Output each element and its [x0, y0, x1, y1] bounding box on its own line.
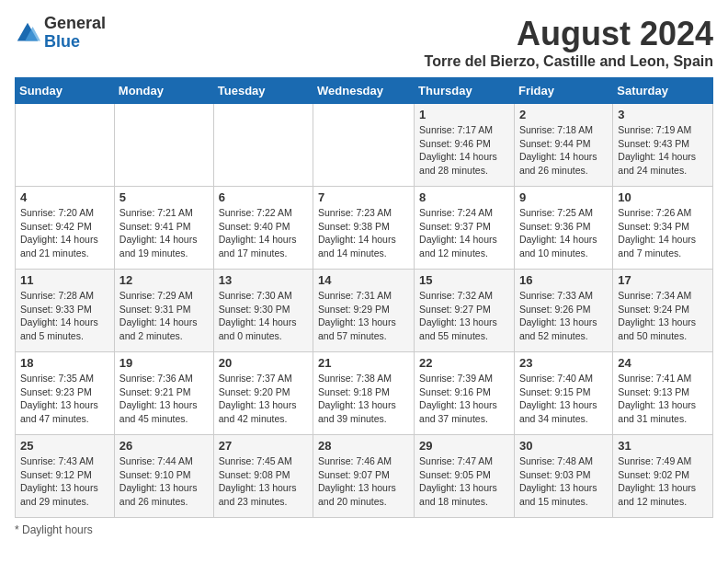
header-day-thursday: Thursday [415, 78, 515, 104]
day-info: Sunrise: 7:43 AM Sunset: 9:12 PM Dayligh… [20, 454, 109, 509]
day-number: 10 [618, 190, 708, 204]
day-number: 20 [219, 356, 308, 370]
day-info: Sunrise: 7:38 AM Sunset: 9:18 PM Dayligh… [318, 372, 409, 426]
week-row-0: 1Sunrise: 7:17 AM Sunset: 9:46 PM Daylig… [16, 104, 713, 187]
day-number: 7 [318, 190, 409, 204]
day-info: Sunrise: 7:18 AM Sunset: 9:44 PM Dayligh… [519, 123, 608, 178]
day-number: 2 [519, 108, 608, 121]
calendar-cell: 8Sunrise: 7:24 AM Sunset: 9:37 PM Daylig… [415, 187, 515, 270]
page-title: August 2024 [425, 15, 713, 53]
week-row-4: 25Sunrise: 7:43 AM Sunset: 9:12 PM Dayli… [16, 435, 713, 518]
calendar-cell: 31Sunrise: 7:49 AM Sunset: 9:02 PM Dayli… [613, 435, 713, 518]
calendar-cell [213, 104, 313, 187]
day-info: Sunrise: 7:39 AM Sunset: 9:16 PM Dayligh… [419, 372, 509, 426]
day-number: 31 [618, 439, 708, 453]
calendar-header: SundayMondayTuesdayWednesdayThursdayFrid… [16, 78, 713, 104]
calendar-cell: 17Sunrise: 7:34 AM Sunset: 9:24 PM Dayli… [613, 270, 713, 352]
day-info: Sunrise: 7:34 AM Sunset: 9:24 PM Dayligh… [618, 289, 708, 343]
day-info: Sunrise: 7:26 AM Sunset: 9:34 PM Dayligh… [618, 206, 708, 260]
header-day-sunday: Sunday [16, 78, 115, 104]
day-info: Sunrise: 7:47 AM Sunset: 9:05 PM Dayligh… [419, 454, 509, 509]
calendar-cell: 7Sunrise: 7:23 AM Sunset: 9:38 PM Daylig… [313, 187, 415, 270]
day-number: 5 [119, 190, 209, 204]
day-info: Sunrise: 7:20 AM Sunset: 9:42 PM Dayligh… [20, 206, 109, 260]
footer-note: * Daylight hours [15, 523, 713, 536]
title-block: August 2024 Torre del Bierzo, Castille a… [425, 15, 713, 70]
calendar-body: 1Sunrise: 7:17 AM Sunset: 9:46 PM Daylig… [16, 104, 713, 518]
calendar-cell [114, 104, 213, 187]
calendar-cell: 13Sunrise: 7:30 AM Sunset: 9:30 PM Dayli… [213, 270, 313, 352]
calendar-cell: 24Sunrise: 7:41 AM Sunset: 9:13 PM Dayli… [613, 352, 713, 435]
calendar-cell: 1Sunrise: 7:17 AM Sunset: 9:46 PM Daylig… [415, 104, 515, 187]
logo-blue: Blue [44, 32, 80, 51]
day-info: Sunrise: 7:23 AM Sunset: 9:38 PM Dayligh… [318, 206, 409, 260]
day-number: 16 [519, 273, 608, 287]
footer-text: Daylight hours [22, 523, 93, 536]
day-number: 30 [519, 439, 608, 453]
logo-text: General Blue [44, 15, 106, 52]
calendar-cell: 5Sunrise: 7:21 AM Sunset: 9:41 PM Daylig… [114, 187, 213, 270]
calendar-cell: 4Sunrise: 7:20 AM Sunset: 9:42 PM Daylig… [16, 187, 115, 270]
day-number: 13 [219, 273, 308, 287]
day-info: Sunrise: 7:28 AM Sunset: 9:33 PM Dayligh… [20, 289, 109, 343]
calendar-cell: 26Sunrise: 7:44 AM Sunset: 9:10 PM Dayli… [114, 435, 213, 518]
day-info: Sunrise: 7:32 AM Sunset: 9:27 PM Dayligh… [419, 289, 509, 343]
day-number: 6 [219, 190, 308, 204]
header-row: SundayMondayTuesdayWednesdayThursdayFrid… [16, 78, 713, 104]
calendar-cell: 3Sunrise: 7:19 AM Sunset: 9:43 PM Daylig… [613, 104, 713, 187]
logo-icon [15, 20, 40, 46]
calendar-cell [16, 104, 115, 187]
day-info: Sunrise: 7:21 AM Sunset: 9:41 PM Dayligh… [119, 206, 209, 260]
page-subtitle: Torre del Bierzo, Castille and Leon, Spa… [425, 53, 713, 70]
day-info: Sunrise: 7:37 AM Sunset: 9:20 PM Dayligh… [219, 372, 308, 426]
day-info: Sunrise: 7:45 AM Sunset: 9:08 PM Dayligh… [219, 454, 308, 509]
day-number: 8 [419, 190, 509, 204]
calendar-cell: 18Sunrise: 7:35 AM Sunset: 9:23 PM Dayli… [16, 352, 115, 435]
day-info: Sunrise: 7:48 AM Sunset: 9:03 PM Dayligh… [519, 454, 608, 509]
day-info: Sunrise: 7:40 AM Sunset: 9:15 PM Dayligh… [519, 372, 608, 426]
logo: General Blue [15, 15, 106, 52]
day-info: Sunrise: 7:30 AM Sunset: 9:30 PM Dayligh… [219, 289, 308, 343]
day-number: 3 [618, 108, 708, 121]
day-info: Sunrise: 7:33 AM Sunset: 9:26 PM Dayligh… [519, 289, 608, 343]
day-number: 25 [20, 439, 109, 453]
calendar-cell: 28Sunrise: 7:46 AM Sunset: 9:07 PM Dayli… [313, 435, 415, 518]
day-number: 27 [219, 439, 308, 453]
day-info: Sunrise: 7:49 AM Sunset: 9:02 PM Dayligh… [618, 454, 708, 509]
day-info: Sunrise: 7:19 AM Sunset: 9:43 PM Dayligh… [618, 123, 708, 178]
day-number: 15 [419, 273, 509, 287]
calendar-cell: 25Sunrise: 7:43 AM Sunset: 9:12 PM Dayli… [16, 435, 115, 518]
week-row-3: 18Sunrise: 7:35 AM Sunset: 9:23 PM Dayli… [16, 352, 713, 435]
day-number: 24 [618, 356, 708, 370]
calendar-cell: 20Sunrise: 7:37 AM Sunset: 9:20 PM Dayli… [213, 352, 313, 435]
logo-general: General [44, 14, 106, 32]
header-day-wednesday: Wednesday [313, 78, 415, 104]
day-info: Sunrise: 7:31 AM Sunset: 9:29 PM Dayligh… [318, 289, 409, 343]
day-number: 14 [318, 273, 409, 287]
calendar-cell: 15Sunrise: 7:32 AM Sunset: 9:27 PM Dayli… [415, 270, 515, 352]
calendar-cell: 23Sunrise: 7:40 AM Sunset: 9:15 PM Dayli… [514, 352, 612, 435]
calendar-cell: 12Sunrise: 7:29 AM Sunset: 9:31 PM Dayli… [114, 270, 213, 352]
calendar-cell: 9Sunrise: 7:25 AM Sunset: 9:36 PM Daylig… [514, 187, 612, 270]
day-number: 19 [119, 356, 209, 370]
day-number: 18 [20, 356, 109, 370]
day-number: 9 [519, 190, 608, 204]
day-number: 22 [419, 356, 509, 370]
day-number: 4 [20, 190, 109, 204]
week-row-2: 11Sunrise: 7:28 AM Sunset: 9:33 PM Dayli… [16, 270, 713, 352]
day-number: 17 [618, 273, 708, 287]
day-info: Sunrise: 7:41 AM Sunset: 9:13 PM Dayligh… [618, 372, 708, 426]
day-info: Sunrise: 7:24 AM Sunset: 9:37 PM Dayligh… [419, 206, 509, 260]
day-info: Sunrise: 7:29 AM Sunset: 9:31 PM Dayligh… [119, 289, 209, 343]
calendar-cell: 19Sunrise: 7:36 AM Sunset: 9:21 PM Dayli… [114, 352, 213, 435]
calendar-cell: 2Sunrise: 7:18 AM Sunset: 9:44 PM Daylig… [514, 104, 612, 187]
header-day-tuesday: Tuesday [213, 78, 313, 104]
calendar-cell: 27Sunrise: 7:45 AM Sunset: 9:08 PM Dayli… [213, 435, 313, 518]
day-info: Sunrise: 7:22 AM Sunset: 9:40 PM Dayligh… [219, 206, 308, 260]
day-info: Sunrise: 7:25 AM Sunset: 9:36 PM Dayligh… [519, 206, 608, 260]
calendar-cell [313, 104, 415, 187]
calendar-cell: 6Sunrise: 7:22 AM Sunset: 9:40 PM Daylig… [213, 187, 313, 270]
day-number: 26 [119, 439, 209, 453]
calendar-cell: 30Sunrise: 7:48 AM Sunset: 9:03 PM Dayli… [514, 435, 612, 518]
day-number: 29 [419, 439, 509, 453]
